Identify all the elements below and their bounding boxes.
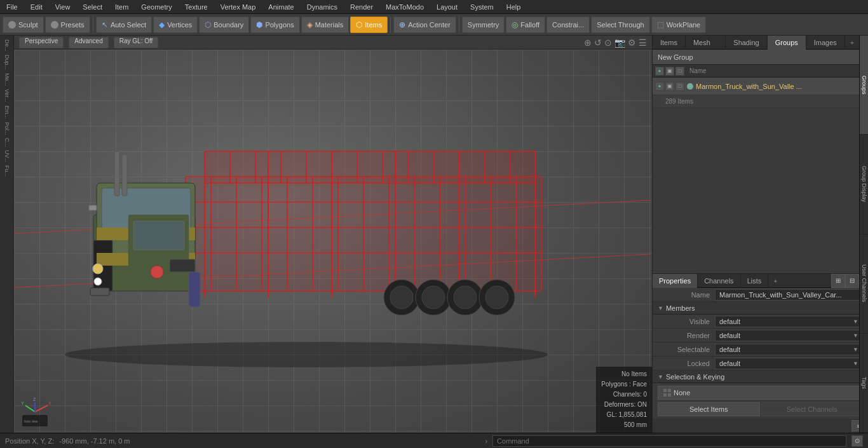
prop-locked-dropdown[interactable]: default ▼ [715, 358, 863, 369]
menu-bar: File Edit View Select Item Geometry Text… [0, 0, 868, 14]
falloff-icon: ◎ [512, 20, 518, 29]
ray-gl-button[interactable]: Ray GL: Off [114, 37, 159, 48]
viewport-icon-camera[interactable]: 📷 [614, 37, 625, 48]
menu-help[interactable]: Help [500, 2, 527, 12]
menu-maxtomodo[interactable]: MaxToModo [379, 2, 430, 12]
group-visible-icon[interactable]: ● [655, 82, 664, 91]
tab-add[interactable]: + [845, 39, 859, 46]
polygons-button[interactable]: ⬢ Polygons [250, 17, 299, 33]
menu-edit[interactable]: Edit [24, 2, 49, 12]
svg-line-63 [25, 405, 35, 412]
menu-view[interactable]: View [49, 2, 77, 12]
presets-button[interactable]: Presets [45, 17, 90, 33]
axis-indicator: X Y Z front view [19, 396, 51, 428]
rl-group-display[interactable]: Group Display [860, 135, 868, 234]
viewport-canvas[interactable]: No Items Polygons : Face Channels: 0 Def… [14, 50, 652, 433]
sidebar-label-de: De... [4, 38, 10, 53]
falloff-button[interactable]: ◎ Falloff [506, 17, 545, 33]
prop-render-dropdown[interactable]: default ▼ [715, 330, 863, 341]
svg-point-0 [65, 342, 548, 367]
group-render-icon[interactable]: ▣ [665, 82, 674, 91]
prop-visible-dropdown[interactable]: default ▼ [715, 316, 863, 327]
svg-rect-52 [133, 221, 184, 250]
prop-visible-label: Visible [658, 318, 715, 325]
vertices-button[interactable]: ◆ Vertices [153, 17, 198, 33]
svg-rect-57 [114, 151, 119, 196]
advanced-button[interactable]: Advanced [69, 37, 108, 48]
render-header-icon[interactable]: ▣ [665, 67, 674, 76]
sculpt-button[interactable]: Sculpt [3, 17, 44, 33]
action-center-button[interactable]: ⊕ Action Center [393, 17, 456, 33]
lock-header-icon[interactable]: □ [675, 67, 684, 76]
viewport-icon-settings[interactable]: ⚙ [628, 37, 636, 48]
viewport-icon-menu[interactable]: ☰ [639, 37, 647, 48]
prop-selectable-dropdown[interactable]: default ▼ [715, 344, 863, 355]
symmetry-button[interactable]: Symmetry [462, 17, 505, 33]
group-row[interactable]: ● ▣ □ Marmon_Truck_with_Sun_Valle ... [653, 78, 868, 95]
menu-item[interactable]: Item [109, 2, 135, 12]
sel-keying-section-header[interactable]: ▼ Selection & Keying [653, 370, 868, 383]
rl-groups[interactable]: Groups [860, 36, 868, 135]
svg-rect-56 [90, 288, 109, 295]
menu-animate[interactable]: Animate [262, 2, 300, 12]
rp-command-submit[interactable]: ⊙ [851, 435, 863, 447]
menu-dynamics[interactable]: Dynamics [301, 2, 344, 12]
viewport-icon-rotate[interactable]: ↺ [594, 37, 602, 48]
viewport-icon-zoom[interactable]: ⊙ [604, 37, 612, 48]
items-button[interactable]: ⬡ Items [350, 17, 388, 33]
constrain-button[interactable]: Constrai... [546, 17, 590, 33]
rl-tags[interactable]: Tags [860, 334, 868, 433]
materials-icon: ◈ [307, 20, 313, 29]
tab-mesh[interactable]: Mesh ... [686, 36, 726, 50]
perspective-button[interactable]: Perspective [19, 37, 64, 48]
polygons-icon: ⬢ [256, 20, 262, 29]
boundary-button[interactable]: ⬡ Boundary [199, 17, 249, 33]
rp-command-arrow[interactable]: › [485, 437, 487, 445]
prop-name-input[interactable] [715, 289, 863, 301]
group-count: 289 Items [665, 98, 693, 105]
select-through-button[interactable]: Select Through [591, 17, 649, 33]
menu-system[interactable]: System [464, 2, 500, 12]
tab-images[interactable]: Images [806, 36, 845, 50]
work-plane-button[interactable]: ⬚ WorkPlane [651, 17, 707, 33]
sidebar-label-ver: Ver... [4, 88, 10, 104]
menu-render[interactable]: Render [344, 2, 379, 12]
menu-layout[interactable]: Layout [430, 2, 464, 12]
rl-user-channels[interactable]: User Channels [860, 234, 868, 334]
props-tab-add[interactable]: + [768, 277, 782, 285]
viewport-icon-move[interactable]: ⊕ [584, 37, 592, 48]
members-section-header[interactable]: ▼ Members [653, 302, 868, 315]
menu-vertex-map[interactable]: Vertex Map [214, 2, 262, 12]
cursor-icon: ↖ [102, 20, 108, 29]
props-resize-button[interactable]: ⊟ [845, 274, 859, 288]
sidebar-label-c: C... [4, 137, 10, 148]
select-channels-button[interactable]: Select Channels [761, 402, 864, 416]
svg-point-40 [422, 286, 445, 309]
menu-select[interactable]: Select [76, 2, 109, 12]
rp-command-input[interactable] [492, 435, 846, 447]
auto-select-button[interactable]: ↖ Auto Select [96, 17, 152, 33]
items-icon: ⬡ [356, 20, 362, 29]
visible-dropdown-arrow: ▼ [853, 318, 858, 325]
props-tab-lists[interactable]: Lists [741, 274, 769, 288]
viewport[interactable]: Perspective Advanced Ray GL: Off ⊕ ↺ ⊙ 📷… [14, 36, 652, 433]
props-expand-button[interactable]: ⊞ [831, 274, 845, 288]
toolbar: Sculpt Presets ↖ Auto Select ◆ Vertices … [0, 14, 868, 36]
props-tab-properties[interactable]: Properties [653, 274, 698, 288]
menu-texture[interactable]: Texture [179, 2, 214, 12]
prop-selectable-label: Selectable [658, 346, 715, 353]
menu-geometry[interactable]: Geometry [135, 2, 178, 12]
materials-button[interactable]: ◈ Materials [301, 17, 349, 33]
tab-items[interactable]: Items [653, 36, 686, 50]
tab-shading[interactable]: Shading [726, 36, 767, 50]
right-panel-tabs: Items Mesh ... Shading Groups Images + [653, 36, 868, 50]
new-group-button[interactable]: New Group [653, 50, 868, 65]
group-lock-icon[interactable]: □ [675, 82, 684, 91]
menu-file[interactable]: File [0, 2, 24, 12]
select-items-button[interactable]: Select Items [658, 402, 760, 416]
none-grid-icon [663, 389, 671, 397]
tab-groups[interactable]: Groups [768, 36, 806, 50]
visible-header-icon[interactable]: ● [655, 67, 664, 76]
none-button[interactable]: None [658, 386, 863, 400]
props-tab-channels[interactable]: Channels [698, 274, 740, 288]
